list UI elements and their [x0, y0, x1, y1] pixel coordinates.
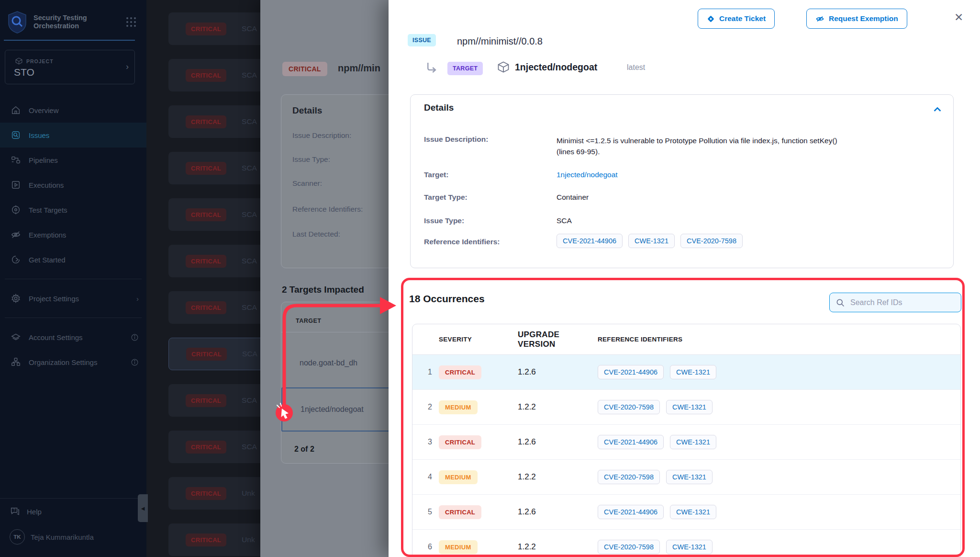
severity-badge: CRITICAL	[439, 435, 481, 449]
close-icon[interactable]: ✕	[951, 11, 966, 24]
user-menu[interactable]: TK Teja Kummarikuntla	[0, 524, 146, 557]
search-input[interactable]	[849, 298, 945, 307]
occurrence-row[interactable]: 1 CRITICAL 1.2.6 CVE-2021-44906CWE-1321	[412, 355, 960, 390]
cube-icon	[15, 57, 23, 65]
severity-badge: CRITICAL	[439, 505, 481, 519]
chevron-right-icon: ›	[136, 295, 139, 303]
occurrences-table: SEVERITY UPGRADE VERSION REFERENCE IDENT…	[412, 324, 961, 557]
severity-badge: CRITICAL	[186, 348, 227, 361]
ref-chip[interactable]: CVE-2020-7598	[598, 540, 660, 554]
ref-chip[interactable]: CWE-1321	[670, 505, 716, 519]
target-name: 1njected/nodegoat	[515, 62, 597, 73]
sidebar-item-get-started[interactable]: Get Started	[0, 247, 146, 272]
sidebar-item-exemptions[interactable]: Exemptions	[0, 222, 146, 247]
sidebar-nav: Overview Issues Pipelines Executions Tes…	[0, 98, 146, 375]
search-box[interactable]	[829, 293, 961, 312]
target-icon	[11, 205, 21, 215]
layers-gear-icon	[11, 332, 21, 342]
severity-badge: MEDIUM	[439, 400, 478, 414]
sidebar-collapse-handle[interactable]: ◀	[138, 494, 148, 522]
severity-badge: CRITICAL	[186, 301, 226, 314]
details-card: Details Issue Description: Minimist <=1.…	[410, 94, 954, 268]
chevron-up-icon[interactable]	[932, 104, 943, 115]
ref-chip[interactable]: CWE-1321	[670, 435, 716, 449]
pipelines-icon	[11, 155, 21, 165]
project-selector[interactable]: PROJECT STO ›	[5, 50, 135, 84]
app-canvas: Security Testing Orchestration PROJECT S…	[0, 0, 980, 557]
occurrence-row[interactable]: 3 CRITICAL 1.2.6 CVE-2021-44906CWE-1321	[412, 425, 960, 460]
create-ticket-button[interactable]: Create Ticket	[698, 9, 775, 29]
severity-badge: MEDIUM	[439, 540, 478, 554]
severity-badge: CRITICAL	[439, 365, 481, 379]
occurrence-row[interactable]: 6 MEDIUM 1.2.2 CVE-2020-7598CWE-1321	[412, 530, 960, 557]
sidebar-divider	[4, 40, 135, 41]
return-arrow-icon	[425, 60, 439, 75]
ref-chip[interactable]: CVE-2021-44906	[598, 435, 664, 449]
occurrence-row[interactable]: 5 CRITICAL 1.2.6 CVE-2021-44906CWE-1321	[412, 495, 960, 530]
targets-table: TARGET node.goat-bd_dh 1njected/nodegoat…	[281, 302, 389, 464]
target-link[interactable]: 1njected/nodegoat	[557, 171, 618, 179]
occurrence-row[interactable]: 2 MEDIUM 1.2.2 CVE-2020-7598CWE-1321	[412, 390, 960, 425]
target-badge: TARGET	[447, 62, 483, 75]
ticket-diamond-icon	[707, 15, 715, 23]
info-icon	[131, 358, 139, 366]
targets-impacted-heading: 2 Targets Impacted	[282, 284, 364, 295]
severity-badge: CRITICAL	[282, 62, 327, 76]
severity-badge: CRITICAL	[186, 208, 226, 221]
ref-chip[interactable]: CWE-1321	[628, 234, 675, 248]
container-cube-icon	[497, 60, 510, 74]
get-started-icon	[11, 254, 21, 265]
ref-chip[interactable]: CWE-1321	[666, 470, 713, 484]
svg-text:?: ?	[13, 508, 15, 512]
ref-chip[interactable]: CVE-2021-44906	[557, 234, 623, 248]
ref-chip[interactable]: CVE-2021-44906	[598, 365, 664, 379]
severity-badge: CRITICAL	[186, 394, 226, 407]
details-title: Details	[424, 102, 454, 113]
ref-chip[interactable]: CWE-1321	[670, 365, 716, 379]
issue-preview-panel: CRITICAL npm//min Details Issue Descript…	[260, 0, 389, 557]
executions-icon	[11, 180, 21, 190]
sidebar-item-pipelines[interactable]: Pipelines	[0, 148, 146, 172]
info-icon	[131, 333, 139, 341]
sidebar-item-project-settings[interactable]: Project Settings ›	[0, 286, 146, 311]
ref-chip[interactable]: CWE-1321	[666, 540, 713, 554]
project-label: PROJECT	[15, 57, 54, 65]
severity-badge: CRITICAL	[186, 255, 226, 268]
issue-description: Minimist <=1.2.5 is vulnerable to Protot…	[557, 135, 848, 158]
sidebar-item-executions[interactable]: Executions	[0, 172, 146, 197]
sidebar-item-overview[interactable]: Overview	[0, 98, 146, 123]
sidebar-footer: ? Help TK Teja Kummarikuntla	[0, 498, 146, 557]
avatar: TK	[10, 529, 25, 545]
sidebar-item-issues[interactable]: Issues	[0, 123, 146, 148]
nav-divider	[5, 279, 142, 279]
severity-badge: CRITICAL	[186, 69, 226, 82]
nav-divider	[5, 318, 142, 318]
sidebar-item-organization-settings[interactable]: Organization Settings	[0, 350, 146, 375]
issue-detail-modal: Create Ticket Request Exemption ✕ ISSUE …	[389, 0, 980, 557]
occurrence-row[interactable]: 4 MEDIUM 1.2.2 CVE-2020-7598CWE-1321	[412, 460, 960, 495]
occurrences-title: 18 Occurrences	[409, 293, 485, 305]
ref-chip[interactable]: CVE-2020-7598	[680, 234, 743, 248]
sidebar-item-test-targets[interactable]: Test Targets	[0, 197, 146, 222]
ref-chip[interactable]: CWE-1321	[666, 400, 713, 414]
app-title: Security Testing Orchestration	[33, 14, 105, 30]
module-grid-icon[interactable]	[125, 16, 137, 28]
ref-chip[interactable]: CVE-2021-44906	[598, 505, 664, 519]
sidebar-item-account-settings[interactable]: Account Settings	[0, 325, 146, 350]
target-row[interactable]: node.goat-bd_dh	[300, 359, 357, 367]
divider	[281, 332, 389, 332]
reference-chips: CVE-2021-44906 CWE-1321 CVE-2020-7598	[557, 234, 743, 248]
ref-chip[interactable]: CVE-2020-7598	[598, 470, 660, 484]
details-card-dimmed: Details Issue Description: Issue Type: S…	[281, 94, 389, 268]
issues-icon	[11, 130, 21, 140]
gear-icon	[11, 293, 21, 304]
issue-badge: ISSUE	[408, 34, 436, 46]
issue-name: npm//minimist//0.0.8	[457, 36, 543, 47]
ref-chip[interactable]: CVE-2020-7598	[598, 400, 660, 414]
request-exemption-button[interactable]: Request Exemption	[806, 9, 907, 29]
help-button[interactable]: ? Help	[0, 498, 146, 524]
severity-badge: CRITICAL	[186, 487, 226, 500]
chevron-right-icon[interactable]: ›	[126, 62, 129, 72]
severity-badge: CRITICAL	[186, 162, 226, 175]
target-row-selected[interactable]: 1njected/nodegoat	[281, 387, 389, 432]
